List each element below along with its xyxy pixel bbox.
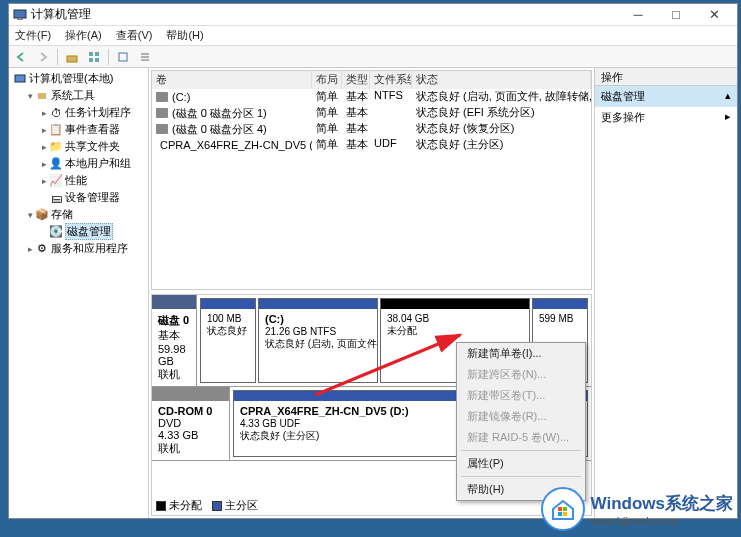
volume-icon	[156, 92, 168, 102]
col-type[interactable]: 类型	[342, 71, 370, 89]
ctx-new-simple-volume[interactable]: 新建简单卷(I)...	[457, 343, 585, 364]
minimize-button[interactable]: ─	[619, 5, 657, 25]
toolbar	[9, 46, 737, 68]
actions-pane: 操作 磁盘管理▴ 更多操作▸	[595, 68, 737, 518]
tree-performance[interactable]: ▸📈性能	[11, 172, 146, 189]
watermark-title: Windows系统之家	[591, 492, 733, 515]
col-volume[interactable]: 卷	[152, 71, 312, 89]
up-button[interactable]	[62, 48, 82, 66]
svg-rect-6	[95, 58, 99, 62]
computer-management-window: 计算机管理 ─ □ ✕ 文件(F) 操作(A) 查看(V) 帮助(H) 计算机管…	[8, 3, 738, 519]
maximize-button[interactable]: □	[657, 5, 695, 25]
tree-storage[interactable]: ▾📦存储	[11, 206, 146, 223]
disk-0-info[interactable]: 磁盘 0 基本 59.98 GB 联机	[152, 295, 197, 386]
chevron-right-icon: ▸	[725, 110, 731, 125]
svg-rect-2	[67, 56, 77, 62]
volume-list[interactable]: 卷 布局 类型 文件系统 状态 (C:)简单基本NTFS状态良好 (启动, 页面…	[151, 70, 592, 290]
watermark: Windows系统之家 www.bjjmmlv.com	[541, 487, 733, 531]
tree-system-tools[interactable]: ▾系统工具	[11, 87, 146, 104]
context-menu: 新建简单卷(I)... 新建跨区卷(N)... 新建带区卷(T)... 新建镜像…	[456, 342, 586, 501]
menu-file[interactable]: 文件(F)	[13, 28, 53, 43]
back-button[interactable]	[11, 48, 31, 66]
partition-c[interactable]: (C:)21.26 GB NTFS状态良好 (启动, 页面文件	[258, 298, 378, 383]
actions-diskmgmt[interactable]: 磁盘管理▴	[595, 86, 737, 107]
watermark-url: www.bjjmmlv.com	[591, 515, 733, 527]
volume-row[interactable]: CPRA_X64FRE_ZH-CN_DV5 (D:)简单基本UDF状态良好 (主…	[152, 137, 591, 153]
ctx-new-spanned-volume: 新建跨区卷(N)...	[457, 364, 585, 385]
volume-header: 卷 布局 类型 文件系统 状态	[152, 71, 591, 89]
svg-rect-16	[558, 512, 562, 516]
window-title: 计算机管理	[31, 6, 619, 23]
svg-rect-0	[14, 10, 26, 18]
actions-header: 操作	[595, 68, 737, 86]
svg-rect-1	[17, 18, 23, 20]
ctx-new-mirror-volume: 新建镜像卷(R)...	[457, 406, 585, 427]
tree-event-viewer[interactable]: ▸📋事件查看器	[11, 121, 146, 138]
col-layout[interactable]: 布局	[312, 71, 342, 89]
menu-view[interactable]: 查看(V)	[114, 28, 155, 43]
ctx-new-striped-volume: 新建带区卷(T)...	[457, 385, 585, 406]
svg-rect-14	[558, 507, 562, 511]
titlebar: 计算机管理 ─ □ ✕	[9, 4, 737, 26]
toolbar-view-icon[interactable]	[84, 48, 104, 66]
tree-services[interactable]: ▸⚙服务和应用程序	[11, 240, 146, 257]
ctx-properties[interactable]: 属性(P)	[457, 453, 585, 474]
navigation-tree[interactable]: 计算机管理(本地) ▾系统工具 ▸⏱任务计划程序 ▸📋事件查看器 ▸📁共享文件夹…	[9, 68, 149, 518]
volume-icon	[156, 124, 168, 134]
toolbar-list-icon[interactable]	[135, 48, 155, 66]
menu-action[interactable]: 操作(A)	[63, 28, 104, 43]
tree-disk-management[interactable]: 💽磁盘管理	[11, 223, 146, 240]
tree-root[interactable]: 计算机管理(本地)	[11, 70, 146, 87]
svg-rect-15	[563, 507, 567, 511]
svg-rect-5	[89, 58, 93, 62]
menu-help[interactable]: 帮助(H)	[164, 28, 205, 43]
volume-row[interactable]: (磁盘 0 磁盘分区 4)简单基本状态良好 (恢复分区)	[152, 121, 591, 137]
app-icon	[13, 8, 27, 22]
volume-row[interactable]: (磁盘 0 磁盘分区 1)简单基本状态良好 (EFI 系统分区)	[152, 105, 591, 121]
tree-task-scheduler[interactable]: ▸⏱任务计划程序	[11, 104, 146, 121]
volume-icon	[156, 108, 168, 118]
partition-efi[interactable]: 100 MB状态良好	[200, 298, 256, 383]
actions-more[interactable]: 更多操作▸	[595, 107, 737, 128]
cdrom-info[interactable]: CD-ROM 0 DVD 4.33 GB 联机	[152, 387, 230, 460]
watermark-logo-icon	[541, 487, 585, 531]
legend: 未分配 主分区	[156, 498, 258, 513]
svg-rect-17	[563, 512, 567, 516]
svg-rect-4	[95, 52, 99, 56]
col-fs[interactable]: 文件系统	[370, 71, 412, 89]
volume-row[interactable]: (C:)简单基本NTFS状态良好 (启动, 页面文件, 故障转储, 基本数据分区…	[152, 89, 591, 105]
col-status[interactable]: 状态	[412, 71, 591, 89]
menubar: 文件(F) 操作(A) 查看(V) 帮助(H)	[9, 26, 737, 46]
forward-button[interactable]	[33, 48, 53, 66]
dropdown-icon: ▴	[725, 89, 731, 104]
refresh-icon[interactable]	[113, 48, 133, 66]
tree-device-manager[interactable]: 🖴设备管理器	[11, 189, 146, 206]
tree-shared-folders[interactable]: ▸📁共享文件夹	[11, 138, 146, 155]
svg-rect-12	[38, 93, 46, 99]
svg-rect-11	[15, 75, 25, 82]
svg-rect-7	[119, 53, 127, 61]
ctx-new-raid5-volume: 新建 RAID-5 卷(W)...	[457, 427, 585, 448]
svg-rect-3	[89, 52, 93, 56]
close-button[interactable]: ✕	[695, 5, 733, 25]
tree-local-users[interactable]: ▸👤本地用户和组	[11, 155, 146, 172]
